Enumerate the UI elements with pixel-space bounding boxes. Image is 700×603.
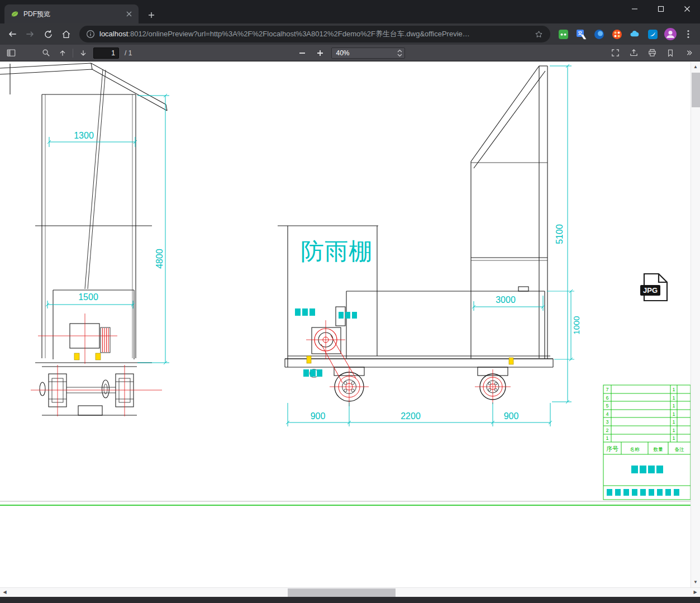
extensions-area — [556, 27, 696, 41]
browser-tab[interactable]: PDF预览 — [4, 4, 139, 23]
sidebar-toggle-button[interactable] — [4, 46, 18, 60]
svg-text:1: 1 — [672, 435, 675, 441]
blue-circle-icon[interactable] — [592, 27, 606, 41]
blue-app-icon[interactable] — [645, 27, 660, 41]
svg-text:1: 1 — [606, 435, 608, 441]
zoom-value: 40% — [336, 49, 397, 57]
svg-text:6: 6 — [606, 395, 608, 401]
rain-shelter-label: 防雨棚 — [301, 238, 373, 264]
header-mingcheng: 名称 — [630, 447, 640, 452]
zoom-in-button[interactable] — [313, 46, 327, 60]
reload-button[interactable] — [40, 26, 56, 42]
vertical-scroll-thumb[interactable] — [692, 73, 700, 107]
minimize-button[interactable] — [621, 0, 647, 18]
cad-drawing: 1300 4800 1500 — [0, 62, 691, 587]
info-icon[interactable] — [86, 30, 95, 39]
open-file-button[interactable] — [627, 46, 640, 60]
svg-text:4: 4 — [606, 411, 608, 417]
colorful-grid-icon[interactable] — [609, 27, 624, 41]
pdf-page-content: 1300 4800 1500 — [0, 62, 700, 587]
tab-title: PDF预览 — [23, 10, 124, 19]
page-count-label: / 1 — [125, 49, 132, 57]
search-button[interactable] — [39, 46, 53, 60]
leaf-favicon-icon — [10, 10, 19, 18]
close-window-button[interactable] — [674, 0, 700, 18]
pdf-toolbar-right — [608, 46, 696, 60]
window-bottom-strip — [0, 597, 700, 603]
svg-text:5: 5 — [606, 403, 608, 409]
side-view-structure — [278, 66, 553, 401]
side-view-red-lines — [306, 320, 511, 406]
horizontal-scroll-thumb[interactable] — [288, 588, 396, 597]
scroll-right-arrow[interactable]: ▶ — [691, 588, 700, 597]
back-button[interactable] — [4, 26, 20, 42]
new-tab-button[interactable] — [144, 8, 159, 22]
cloud-icon[interactable] — [627, 27, 642, 41]
url-host: localhost — [99, 30, 128, 38]
translate-icon[interactable] — [574, 27, 588, 41]
profile-avatar[interactable] — [663, 27, 678, 41]
dim-1000: 1000 — [572, 316, 581, 334]
home-button[interactable] — [58, 26, 74, 42]
svg-text:1: 1 — [672, 419, 675, 425]
svg-text:1: 1 — [672, 395, 675, 401]
scroll-up-arrow[interactable]: ▲ — [691, 63, 700, 72]
zoom-spinner-icon — [397, 49, 402, 57]
browser-toolbar: localhost:8012/onlinePreview?url=http%3A… — [0, 23, 700, 45]
tampermonkey-icon[interactable] — [556, 27, 570, 41]
dim-900-right: 900 — [504, 411, 519, 421]
print-button[interactable] — [645, 46, 659, 60]
horizontal-scrollbar[interactable]: ◀ ▶ — [0, 587, 700, 597]
title-block-cyan-text-marks — [607, 466, 679, 496]
scroll-left-arrow[interactable]: ◀ — [0, 588, 9, 597]
header-shuliang: 数量 — [654, 447, 664, 452]
pdf-toolbar-center: 40% — [296, 46, 405, 60]
toolbar-separator — [73, 49, 73, 58]
left-view-red-lines — [31, 314, 162, 416]
dim-3000: 3000 — [496, 295, 516, 305]
dim-2200: 2200 — [401, 411, 421, 421]
window-controls — [621, 0, 700, 18]
bookmark-button[interactable] — [664, 46, 677, 60]
page-up-button[interactable] — [56, 46, 69, 60]
svg-text:3: 3 — [606, 419, 608, 425]
svg-text:2: 2 — [606, 428, 608, 433]
pdf-toolbar-left: / 1 — [0, 46, 132, 60]
side-view-yellow-marks — [307, 356, 513, 364]
bookmark-star-icon[interactable] — [534, 30, 544, 39]
page-down-button[interactable] — [77, 46, 90, 60]
dim-4800: 4800 — [155, 249, 164, 269]
jpg-label: JPG — [643, 286, 658, 295]
dim-1500: 1500 — [78, 292, 98, 302]
forward-button[interactable] — [22, 26, 38, 42]
address-bar[interactable]: localhost:8012/onlinePreview?url=http%3A… — [79, 26, 550, 42]
svg-text:1: 1 — [672, 403, 675, 409]
maximize-button[interactable] — [647, 0, 674, 18]
svg-text:1: 1 — [672, 387, 675, 392]
presentation-mode-button[interactable] — [608, 46, 622, 60]
page-number-input[interactable] — [93, 48, 119, 59]
left-view-yellow-marks — [74, 353, 101, 360]
header-beizhu: 备注 — [675, 447, 685, 452]
browser-window: PDF预览 — [0, 0, 700, 603]
vertical-scrollbar[interactable]: ▲ ▼ — [691, 62, 700, 587]
title-block — [603, 385, 691, 500]
url-text: localhost:8012/onlinePreview?url=http%3A… — [99, 29, 530, 39]
left-view-dimensions: 1300 4800 1500 — [46, 94, 169, 364]
url-path: :8012/onlinePreview?url=http%3A%2F%2Floc… — [128, 30, 469, 38]
jpg-file-icon: JPG — [640, 274, 667, 301]
scroll-down-arrow[interactable]: ▼ — [691, 578, 700, 587]
zoom-out-button[interactable] — [296, 46, 309, 60]
tab-close-icon[interactable] — [124, 9, 134, 19]
dim-5100: 5100 — [555, 224, 564, 244]
more-tools-button[interactable] — [682, 46, 696, 60]
pdf-toolbar: / 1 40% — [0, 45, 700, 61]
titlebar: PDF预览 — [0, 0, 700, 23]
menu-dots-icon[interactable] — [681, 27, 696, 41]
svg-text:1: 1 — [672, 428, 675, 433]
header-xuhao: 序号 — [606, 445, 618, 452]
zoom-select[interactable]: 40% — [331, 48, 405, 59]
svg-text:7: 7 — [606, 387, 608, 392]
svg-text:1: 1 — [672, 411, 675, 417]
dim-1300: 1300 — [74, 131, 94, 140]
